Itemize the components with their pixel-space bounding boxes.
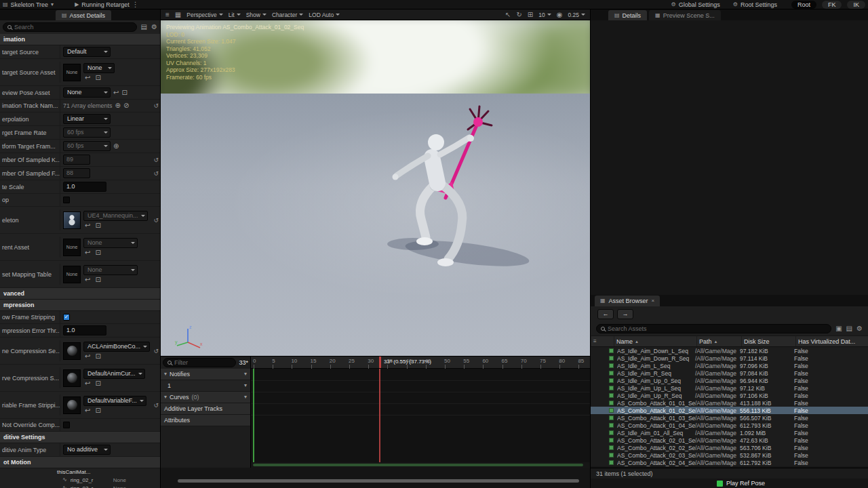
asset-thumbnail[interactable]: None <box>63 239 81 256</box>
loop-checkbox[interactable] <box>63 197 70 203</box>
tab-details[interactable]: ▤ Details <box>608 10 647 20</box>
horizontal-scrollbar[interactable] <box>178 479 579 483</box>
use-selected-asset-icon[interactable]: ↩ <box>85 407 90 414</box>
scale-snap-value[interactable]: 0.25 <box>568 12 585 18</box>
bone-track-row[interactable]: ∿ ring_03_r None <box>0 484 160 488</box>
display-options-icon[interactable]: ▤ <box>141 24 147 30</box>
browse-to-asset-icon[interactable]: ⊡ <box>95 222 100 229</box>
browse-to-asset-icon[interactable]: ⊡ <box>95 75 100 81</box>
tab-asset-details[interactable]: ▤ Asset Details <box>56 10 111 20</box>
bone-compression-thumbnail[interactable] <box>63 342 81 360</box>
view-options-icon[interactable]: ▤ <box>846 325 852 332</box>
preview-pose-asset-dropdown[interactable]: None <box>63 87 111 98</box>
asset-row[interactable]: AS_Idle_Aim_Down_L_Seq /All/Game/Mage 97… <box>591 347 868 354</box>
scene-render-area[interactable]: Previewing Animation AS_Combo_Attack_01_… <box>161 20 590 356</box>
variable-frame-stripping-dropdown[interactable]: DefaultVariableF... <box>83 396 146 406</box>
lit-dropdown[interactable]: Lit <box>229 12 241 18</box>
use-selected-asset-icon[interactable]: ↩ <box>85 277 90 283</box>
asset-row[interactable]: AS_Combo_Attack_01_02_Seq /All/Game/Mage… <box>591 407 868 414</box>
tab-skeleton-tree[interactable]: ▤ Skeleton Tree ▾ <box>3 1 54 8</box>
surface-snap-icon[interactable]: ◉ <box>557 12 563 18</box>
search-assets-input[interactable]: Search Assets <box>596 324 831 333</box>
grid-snap-icon[interactable]: ⊞ <box>528 12 533 18</box>
asset-row[interactable]: AS_Combo_Attack_02_04_Seq /All/Game/Mage… <box>591 459 868 466</box>
reset-to-default-icon[interactable]: ↺ <box>153 348 159 354</box>
use-selected-asset-icon[interactable]: ↩ <box>85 380 90 387</box>
asset-row[interactable]: AS_Combo_Attack_01_03_Seq /All/Game/Mage… <box>591 414 868 422</box>
track-additive-layer-tracks[interactable]: Additive Layer Tracks <box>161 403 250 415</box>
browse-to-asset-icon[interactable]: ⊡ <box>95 249 100 256</box>
skeleton-dropdown[interactable]: UE4_Mannequin... <box>83 211 148 221</box>
timeline-range-slider[interactable] <box>253 464 583 466</box>
section-advanced[interactable]: vanced <box>0 288 160 300</box>
asset-row[interactable]: AS_Idle_Aim_Up_L_Seq /All/Game/Mage 97.1… <box>591 384 868 392</box>
columns-icon[interactable]: ≡ <box>593 339 597 344</box>
fk-mode-button[interactable]: FK <box>822 1 842 9</box>
retarget-source-dropdown[interactable]: Default <box>63 47 111 57</box>
browse-to-asset-icon[interactable]: ⊡ <box>95 380 100 387</box>
forward-button[interactable]: → <box>617 309 633 319</box>
close-icon[interactable]: × <box>652 298 655 304</box>
reset-to-default-icon[interactable]: ↺ <box>153 102 159 109</box>
platform-target-frame-rate-dropdown[interactable]: 60 fps <box>63 141 111 151</box>
sampled-frames-field[interactable]: 88 <box>63 168 90 178</box>
play-ref-pose-button[interactable]: Play Ref Pose <box>591 479 868 488</box>
asset-thumbnail[interactable]: None <box>63 266 81 283</box>
allow-frame-stripping-checkbox[interactable]: ✓ <box>63 314 70 321</box>
parent-asset-dropdown[interactable]: None <box>83 238 138 248</box>
section-animation[interactable]: imation <box>0 34 160 45</box>
variable-frame-stripping-thumbnail[interactable] <box>63 396 81 414</box>
rotate-tool-icon[interactable]: ↻ <box>516 12 521 18</box>
track-attributes[interactable]: Attributes <box>161 415 250 426</box>
curve-compression-thumbnail[interactable] <box>63 369 81 387</box>
use-selected-asset-icon[interactable]: ↩ <box>113 89 119 96</box>
viewport-menu-icon[interactable]: ≡ <box>165 12 170 18</box>
use-selected-asset-icon[interactable]: ↩ <box>85 222 90 229</box>
column-has-virtualized[interactable]: Has Virtualized Dat... <box>795 336 868 346</box>
section-root-motion[interactable]: ot Motion <box>0 457 160 468</box>
asset-row[interactable]: AS_Combo_Attack_01_04_Seq /All/Game/Mage… <box>591 422 868 429</box>
bone-compression-dropdown[interactable]: ACLAnimBoneCo... <box>83 342 150 352</box>
ik-mode-button[interactable]: IK <box>847 1 865 9</box>
timeline-filter-input[interactable]: Filter <box>163 358 236 367</box>
asset-row[interactable]: AS_Idle_Aim_R_Seq /All/Game/Mage 97.084 … <box>591 369 868 377</box>
use-selected-asset-icon[interactable]: ↩ <box>85 249 90 256</box>
reset-to-default-icon[interactable]: ↺ <box>153 170 159 177</box>
reset-to-default-icon[interactable]: ↺ <box>153 157 159 163</box>
lod-dropdown[interactable]: LOD Auto <box>309 12 340 18</box>
root-settings-button[interactable]: ⚙ Root Settings <box>733 1 777 8</box>
asset-row[interactable]: AS_Combo_Attack_02_03_Seq /All/Game/Mage… <box>591 451 868 459</box>
timeline-tracks-area[interactable] <box>251 369 590 462</box>
asset-mapping-table-dropdown[interactable]: None <box>83 265 138 275</box>
track-options-icon[interactable]: ▾ <box>244 394 247 400</box>
save-icon[interactable]: ▣ <box>835 325 842 332</box>
browse-to-asset-icon[interactable]: ⊡ <box>95 277 100 283</box>
compression-error-threshold-field[interactable]: 1.0 <box>63 325 106 336</box>
chevron-down-icon[interactable]: ▾ <box>164 394 167 400</box>
playhead-marker[interactable] <box>379 357 381 368</box>
track-notify-lane-1[interactable]: 1 ▾ <box>161 380 250 392</box>
details-search-input[interactable]: Search <box>3 22 137 32</box>
asset-row[interactable]: AS_Idle_Aim_Up_0_Seq /All/Game/Mage 96.9… <box>591 377 868 384</box>
add-platform-icon[interactable]: ⊕ <box>113 143 119 150</box>
playhead-line[interactable] <box>379 369 380 462</box>
retarget-source-asset-dropdown[interactable]: None <box>83 63 115 73</box>
rate-scale-field[interactable]: 1.0 <box>63 182 106 192</box>
track-notifies[interactable]: ▾ Notifies ▾ <box>161 369 250 380</box>
filter-settings-icon[interactable]: ⚙ <box>856 325 863 332</box>
curve-compression-dropdown[interactable]: DefaultAnimCur... <box>83 369 145 379</box>
target-frame-rate-dropdown[interactable]: 60 fps <box>63 127 111 138</box>
character-dropdown[interactable]: Character <box>272 12 303 18</box>
asset-thumbnail[interactable]: None <box>63 64 81 81</box>
sampled-keys-field[interactable]: 89 <box>63 155 90 165</box>
browse-to-asset-icon[interactable]: ⊡ <box>95 407 100 414</box>
section-additive-settings[interactable]: ditive Settings <box>0 432 160 443</box>
grid-snap-value[interactable]: 10 <box>538 12 551 18</box>
column-path[interactable]: Path ▲ <box>696 336 741 346</box>
asset-row[interactable]: AS_Idle_Aim_01_All_Seq /All/Game/Mage 1.… <box>591 429 868 436</box>
bone-track-row[interactable]: ∿ ring_02_r None <box>0 476 160 484</box>
do-not-override-compression-checkbox[interactable] <box>63 422 70 428</box>
viewport-maximize-icon[interactable]: ▦ <box>175 12 181 18</box>
show-dropdown[interactable]: Show <box>246 12 267 18</box>
add-element-icon[interactable]: ⊕ <box>115 102 121 109</box>
